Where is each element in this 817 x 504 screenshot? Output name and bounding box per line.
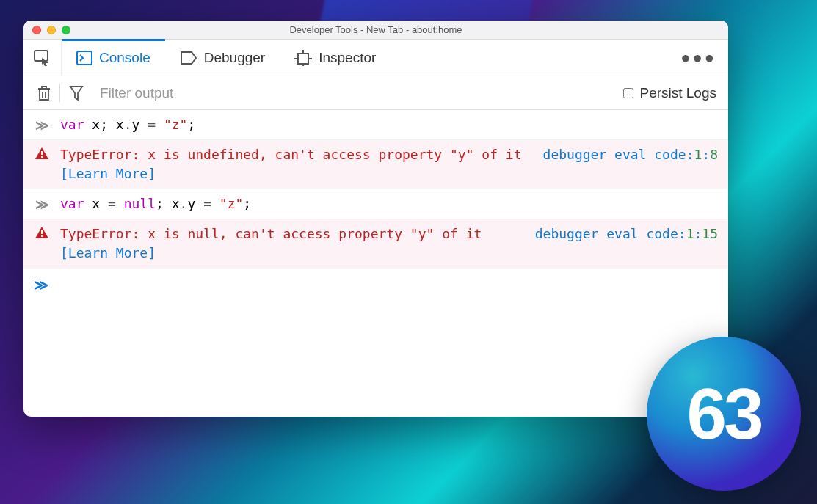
more-menu-button[interactable]: ●●● — [680, 40, 716, 76]
filter-toggle-button[interactable] — [60, 76, 92, 109]
toolbar: Console Debugger Inspector ●●● — [23, 40, 728, 76]
trash-icon — [37, 85, 51, 101]
learn-more-link[interactable]: [Learn More] — [60, 166, 156, 181]
error-location[interactable]: debugger eval code:1:8 — [529, 145, 718, 164]
input-chevron-icon: ≫ — [35, 117, 49, 134]
svg-rect-2 — [298, 54, 308, 64]
window-title: Developer Tools - New Tab - about:home — [23, 24, 728, 35]
svg-rect-8 — [41, 156, 43, 158]
svg-rect-1 — [77, 51, 92, 65]
filter-bar: Persist Logs — [23, 76, 728, 110]
tab-debugger[interactable]: Debugger — [165, 40, 280, 76]
persist-logs-toggle[interactable]: Persist Logs — [623, 85, 721, 101]
minimize-icon[interactable] — [47, 26, 56, 34]
titlebar: Developer Tools - New Tab - about:home — [23, 21, 728, 40]
tab-console-label: Console — [99, 50, 150, 66]
code-line[interactable]: var x = null; x.y = "z"; — [60, 194, 718, 213]
code-line[interactable]: var x; x.y = "z"; — [60, 115, 718, 134]
warning-icon — [35, 147, 48, 159]
clear-console-button[interactable] — [28, 76, 60, 109]
console-icon — [76, 51, 92, 65]
error-message: TypeError: x is undefined, can't access … — [60, 147, 522, 162]
tab-debugger-label: Debugger — [204, 50, 265, 66]
persist-logs-label: Persist Logs — [639, 85, 716, 101]
maximize-icon[interactable] — [62, 26, 70, 34]
svg-rect-9 — [41, 230, 43, 234]
warning-icon — [35, 227, 48, 238]
version-number: 63 — [686, 373, 760, 456]
svg-rect-0 — [35, 51, 48, 61]
tab-inspector-label: Inspector — [319, 50, 376, 66]
console-error-row: debugger eval code:1:15 TypeError: x is … — [23, 219, 728, 269]
debugger-icon — [180, 51, 197, 65]
filter-input[interactable] — [92, 85, 623, 101]
svg-rect-7 — [41, 151, 43, 155]
persist-logs-checkbox[interactable] — [623, 88, 633, 98]
console-error-row: debugger eval code:1:8 TypeError: x is u… — [23, 140, 728, 189]
error-message: TypeError: x is null, can't access prope… — [60, 226, 482, 241]
tab-console[interactable]: Console — [62, 40, 165, 76]
tab-inspector[interactable]: Inspector — [280, 40, 391, 76]
console-output: ≫ var x; x.y = "z"; debugger eval code:1… — [23, 110, 728, 417]
window-controls — [23, 26, 70, 34]
close-icon[interactable] — [32, 26, 41, 34]
prompt-chevron-icon: ≫ — [34, 277, 48, 293]
input-chevron-icon: ≫ — [35, 197, 49, 213]
console-input-row: ≫ var x; x.y = "z"; — [23, 110, 728, 140]
console-input-row: ≫ var x = null; x.y = "z"; — [23, 189, 728, 219]
svg-rect-10 — [41, 235, 43, 237]
pick-element-button[interactable] — [23, 40, 62, 76]
version-badge: 63 — [647, 337, 801, 491]
devtools-window: Developer Tools - New Tab - about:home C… — [23, 21, 728, 417]
learn-more-link[interactable]: [Learn More] — [60, 245, 156, 260]
error-location[interactable]: debugger eval code:1:15 — [520, 224, 718, 244]
inspector-icon — [294, 50, 312, 66]
console-prompt[interactable]: ≫ — [23, 269, 728, 300]
funnel-icon — [69, 85, 84, 101]
